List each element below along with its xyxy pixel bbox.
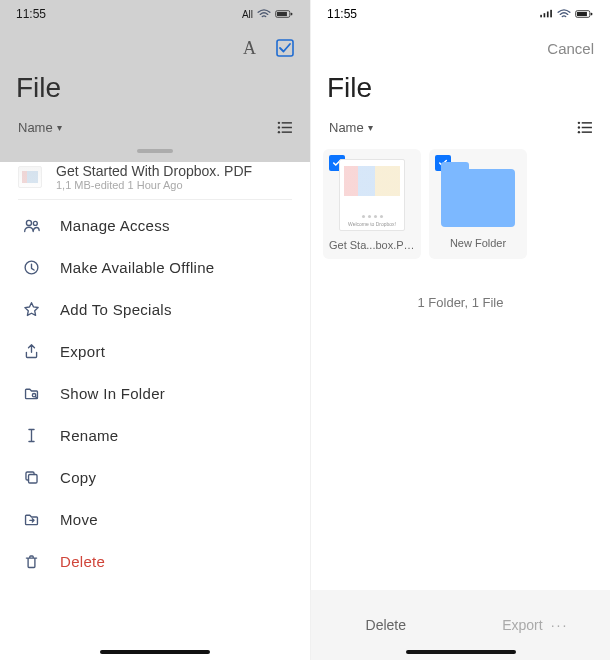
selection-summary: 1 Folder, 1 File — [311, 265, 610, 340]
home-indicator[interactable] — [406, 650, 516, 654]
menu-export[interactable]: Export — [0, 330, 310, 372]
file-meta: 1,1 MB-edited 1 Hour Ago — [56, 179, 292, 191]
svg-rect-16 — [544, 13, 546, 17]
action-menu: Manage Access Make Available Offline Add… — [0, 200, 310, 586]
svg-rect-18 — [550, 10, 552, 17]
menu-label: Export — [60, 343, 105, 360]
svg-rect-14 — [28, 474, 37, 483]
export-icon — [22, 342, 40, 360]
battery-icon — [574, 9, 594, 19]
file-tile[interactable]: Welcome to Dropbox! Get Sta...box.PDF — [323, 149, 421, 259]
svg-point-26 — [578, 131, 580, 133]
page-title: File — [311, 68, 610, 112]
svg-point-22 — [578, 122, 580, 124]
sheet-grabber[interactable] — [137, 149, 173, 153]
svg-rect-2 — [291, 13, 293, 16]
svg-rect-27 — [582, 131, 592, 132]
status-bar: 11:55 All — [0, 0, 310, 28]
svg-rect-21 — [591, 13, 593, 16]
menu-copy[interactable]: Copy — [0, 456, 310, 498]
svg-point-8 — [278, 131, 280, 133]
svg-rect-9 — [282, 131, 292, 132]
menu-rename[interactable]: Rename — [0, 414, 310, 456]
carrier-label: All — [242, 9, 253, 20]
cancel-button[interactable]: Cancel — [547, 40, 594, 57]
file-grid: Welcome to Dropbox! Get Sta...box.PDF Ne… — [311, 143, 610, 265]
file-name: Get Started With Dropbox. PDF — [56, 163, 292, 179]
sort-button[interactable]: Name ▾ — [329, 120, 373, 135]
header: Cancel — [311, 28, 610, 68]
folder-tile[interactable]: New Folder — [429, 149, 527, 259]
menu-label: Manage Access — [60, 217, 170, 234]
list-view-icon[interactable] — [277, 121, 292, 134]
menu-label: Rename — [60, 427, 119, 444]
signal-icon — [539, 9, 554, 19]
svg-rect-23 — [582, 122, 592, 123]
battery-icon — [274, 9, 294, 19]
svg-point-10 — [26, 220, 31, 225]
svg-rect-15 — [540, 15, 542, 17]
sort-row: Name ▾ — [0, 112, 310, 143]
home-indicator[interactable] — [100, 650, 210, 654]
trash-icon — [22, 552, 40, 570]
button-label: Export — [502, 617, 542, 633]
people-icon — [22, 216, 40, 234]
list-view-icon[interactable] — [577, 121, 592, 134]
svg-point-6 — [278, 126, 280, 128]
page-title: File — [0, 68, 310, 112]
svg-point-24 — [578, 126, 580, 128]
folder-icon — [441, 169, 515, 227]
screen-action-sheet: 11:55 All A File Name ▾ Get Started With… — [0, 0, 310, 660]
svg-rect-17 — [547, 12, 549, 18]
sort-label: Name — [18, 120, 53, 135]
menu-label: Add To Specials — [60, 301, 172, 318]
rename-icon — [22, 426, 40, 444]
header-actions: A — [0, 28, 310, 68]
menu-label: Move — [60, 511, 98, 528]
menu-delete[interactable]: Delete — [0, 540, 310, 582]
status-bar: 11:55 — [311, 0, 610, 28]
offline-icon — [22, 258, 40, 276]
sort-label: Name — [329, 120, 364, 135]
menu-add-specials[interactable]: Add To Specials — [0, 288, 310, 330]
menu-available-offline[interactable]: Make Available Offline — [0, 246, 310, 288]
file-preview-icon: Welcome to Dropbox! — [339, 159, 405, 231]
more-icon: ··· — [551, 617, 569, 633]
move-icon — [22, 510, 40, 528]
menu-label: Make Available Offline — [60, 259, 214, 276]
button-label: Delete — [366, 617, 406, 633]
menu-label: Show In Folder — [60, 385, 165, 402]
star-icon — [22, 300, 40, 318]
chevron-down-icon: ▾ — [368, 122, 373, 133]
tile-label: New Folder — [433, 237, 523, 249]
copy-icon — [22, 468, 40, 486]
wifi-icon — [257, 9, 271, 19]
sort-row: Name ▾ — [311, 112, 610, 143]
status-icons — [539, 9, 594, 19]
svg-point-11 — [33, 221, 37, 225]
menu-manage-access[interactable]: Manage Access — [0, 204, 310, 246]
svg-rect-5 — [282, 122, 292, 123]
screen-multi-select: 11:55 Cancel File Name ▾ Welcome to Drop… — [310, 0, 610, 660]
file-thumbnail-icon — [18, 166, 42, 188]
sort-button[interactable]: Name ▾ — [18, 120, 62, 135]
clock: 11:55 — [16, 7, 46, 21]
svg-rect-20 — [577, 12, 587, 16]
checkbox-icon[interactable] — [276, 39, 294, 57]
tile-label: Get Sta...box.PDF — [327, 239, 417, 251]
svg-rect-7 — [282, 127, 292, 128]
file-header-row: Get Started With Dropbox. PDF 1,1 MB-edi… — [0, 155, 310, 199]
text-style-icon[interactable]: A — [243, 38, 256, 59]
menu-move[interactable]: Move — [0, 498, 310, 540]
chevron-down-icon: ▾ — [57, 122, 62, 133]
svg-rect-25 — [582, 127, 592, 128]
menu-label: Delete — [60, 553, 105, 570]
clock: 11:55 — [327, 7, 357, 21]
wifi-icon — [557, 9, 571, 19]
menu-show-in-folder[interactable]: Show In Folder — [0, 372, 310, 414]
folder-search-icon — [22, 384, 40, 402]
status-icons — [257, 9, 294, 19]
svg-point-4 — [278, 122, 280, 124]
svg-rect-1 — [277, 12, 287, 16]
menu-label: Copy — [60, 469, 96, 486]
